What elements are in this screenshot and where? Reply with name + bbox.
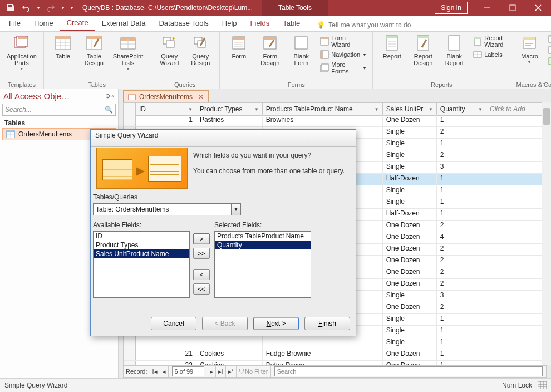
tellme-search[interactable]: 💡 Tell me what you want to do xyxy=(312,19,415,31)
column-header[interactable]: Products TableProduct Name▼ xyxy=(263,103,383,115)
column-header[interactable]: Sales UnitPr▼ xyxy=(383,103,437,115)
nav-collapse-icon[interactable]: « xyxy=(111,92,115,100)
titlebar: ▾ ▾ ▾ QueryDB : Database- C:\Users\Pendl… xyxy=(0,0,551,16)
macro-button[interactable]: Macro▾ xyxy=(515,33,544,66)
report-wizard-button[interactable]: Report Wizard xyxy=(471,34,505,48)
more-forms-button[interactable]: More Forms▾ xyxy=(318,61,368,75)
scrollbar-thumb[interactable] xyxy=(543,108,550,125)
query-design-button[interactable]: Query Design xyxy=(186,33,215,67)
redo-icon[interactable] xyxy=(45,2,57,14)
sharepoint-lists-button[interactable]: SharePoint Lists▾ xyxy=(111,33,145,72)
column-header[interactable]: ID▼ xyxy=(136,103,196,115)
table-row[interactable]: 1PastriesBrowniesOne Dozen1 xyxy=(124,115,546,127)
tab-create[interactable]: Create xyxy=(60,16,95,31)
row-selector[interactable] xyxy=(124,115,136,126)
tab-external-data[interactable]: External Data xyxy=(95,17,152,31)
status-bar: Simple Query Wizard Num Lock xyxy=(0,378,551,392)
recnav-filter[interactable]: ⛉ No Filter xyxy=(237,366,271,377)
qat-dropdown-2-icon[interactable]: ▾ xyxy=(60,2,66,14)
signin-button[interactable]: Sign in xyxy=(435,2,468,14)
wizard-image xyxy=(96,148,188,189)
qat-dropdown-1-icon[interactable]: ▾ xyxy=(36,2,41,14)
nav-section-tables[interactable]: Tables xyxy=(0,117,118,128)
list-item[interactable]: Products TableProduct Name xyxy=(215,232,311,241)
query-wizard-button[interactable]: Query Wizard xyxy=(155,33,184,67)
qat-customize-icon[interactable]: ▾ xyxy=(69,2,75,14)
tab-help[interactable]: Help xyxy=(215,17,244,31)
save-icon[interactable] xyxy=(4,2,17,14)
nav-search-input[interactable]: Search... 🔍 xyxy=(2,104,116,116)
vertical-scrollbar[interactable] xyxy=(542,102,551,365)
nav-header[interactable]: All Access Obje… ⊙« xyxy=(0,89,118,102)
move-right-button[interactable]: > xyxy=(193,233,210,244)
form-wizard-button[interactable]: Form Wizard xyxy=(318,34,368,48)
move-all-left-button[interactable]: << xyxy=(193,283,210,295)
tables-queries-label: Tables/Queries xyxy=(93,193,137,201)
group-templates: Application Parts ▾ Templates xyxy=(0,32,44,90)
tab-table[interactable]: Table xyxy=(276,17,307,31)
column-header[interactable]: Quantity▼ xyxy=(437,103,486,115)
tab-fields[interactable]: Fields xyxy=(244,17,277,31)
recnav-search-input[interactable]: Search xyxy=(274,366,543,376)
module-button[interactable] xyxy=(546,34,551,44)
table-row[interactable]: 22CookiesButter PecanOne Dozen1 xyxy=(124,361,546,365)
minimize-icon[interactable] xyxy=(474,0,500,16)
table-row[interactable]: 21CookiesFudge BrownieOne Dozen1 xyxy=(124,349,546,361)
navigation-button[interactable]: Navigation▾ xyxy=(318,50,368,60)
tab-file[interactable]: File xyxy=(2,17,27,31)
move-left-button[interactable]: < xyxy=(193,269,210,280)
report-button[interactable]: Report xyxy=(377,33,406,61)
blank-report-button[interactable]: Blank Report xyxy=(440,33,469,67)
row-selector[interactable] xyxy=(124,361,136,365)
list-item[interactable]: ID xyxy=(94,232,189,241)
finish-button[interactable]: Finish xyxy=(304,317,350,330)
row-selector[interactable] xyxy=(124,337,136,349)
recnav-new-icon[interactable]: ▸* xyxy=(226,366,237,377)
form-design-button[interactable]: Form Design xyxy=(255,33,284,67)
application-parts-button[interactable]: Application Parts ▾ xyxy=(4,33,39,72)
form-button[interactable]: Form xyxy=(224,33,253,61)
visual-basic-button[interactable] xyxy=(546,56,551,66)
nav-filter-icon[interactable]: ⊙ xyxy=(105,92,110,100)
move-all-right-button[interactable]: >> xyxy=(193,248,210,259)
cancel-button[interactable]: Cancel xyxy=(151,317,196,330)
quick-access-toolbar: ▾ ▾ ▾ xyxy=(0,2,79,14)
svg-rect-7 xyxy=(87,36,101,39)
view-datasheet-icon[interactable] xyxy=(538,381,547,389)
tab-home[interactable]: Home xyxy=(27,17,60,31)
table-row[interactable]: Single1 xyxy=(124,337,546,349)
selected-fields-listbox[interactable]: Products TableProduct NameQuantity xyxy=(214,231,311,298)
tables-queries-combo[interactable]: Table: OrdersMenuItems ▼ xyxy=(93,203,241,215)
maximize-icon[interactable] xyxy=(500,0,525,16)
list-item[interactable]: Quantity xyxy=(215,241,311,249)
recnav-last-icon[interactable]: ▸I xyxy=(216,366,226,377)
table-design-button[interactable]: Table Design xyxy=(80,33,109,67)
row-selector-header[interactable] xyxy=(124,103,136,115)
recnav-next-icon[interactable]: ▸ xyxy=(208,366,216,377)
next-button[interactable]: Next > xyxy=(253,317,299,330)
labels-button[interactable]: Labels xyxy=(471,50,505,60)
close-icon[interactable] xyxy=(525,0,551,16)
undo-icon[interactable] xyxy=(20,2,32,14)
column-header[interactable]: Click to Add xyxy=(486,103,546,115)
class-module-button[interactable] xyxy=(546,45,551,55)
recnav-prev-icon[interactable]: ◂ xyxy=(160,366,169,377)
column-header[interactable]: Product Types▼ xyxy=(196,103,263,115)
recnav-first-icon[interactable]: I◂ xyxy=(150,366,160,377)
tab-database-tools[interactable]: Database Tools xyxy=(152,17,215,31)
row-selector[interactable] xyxy=(124,349,136,360)
recnav-position-input[interactable]: 6 of 99 xyxy=(172,366,204,376)
back-button[interactable]: < Back xyxy=(202,317,248,330)
list-item[interactable]: Sales UnitProduct Name xyxy=(94,249,189,258)
grid-header: ID▼Product Types▼Products TableProduct N… xyxy=(124,103,546,116)
chevron-down-icon[interactable]: ▼ xyxy=(231,204,240,215)
table-button[interactable]: Table xyxy=(48,33,77,61)
document-tab[interactable]: OrdersMenuItems ✕ xyxy=(123,90,209,103)
tellme-placeholder: Tell me what you want to do xyxy=(328,21,411,29)
close-icon[interactable]: ✕ xyxy=(198,93,204,101)
report-design-button[interactable]: Report Design xyxy=(409,33,437,67)
available-fields-listbox[interactable]: IDProduct TypesSales UnitProduct Name xyxy=(93,231,190,298)
list-item[interactable]: Product Types xyxy=(94,241,189,249)
collapse-ribbon-icon[interactable]: ︿ xyxy=(541,78,548,87)
blank-form-button[interactable]: Blank Form xyxy=(287,33,316,67)
